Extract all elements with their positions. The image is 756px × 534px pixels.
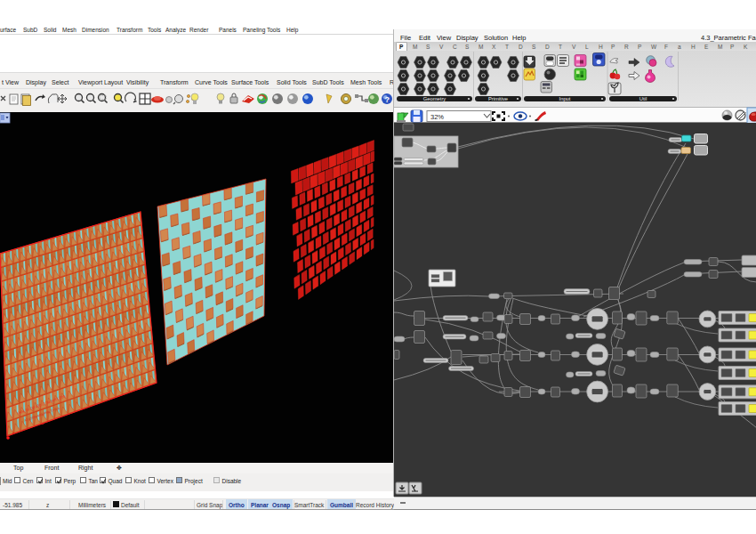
svg-text:?: ? xyxy=(385,95,390,104)
svg-text:Util: Util xyxy=(639,96,647,101)
svg-text:Input: Input xyxy=(559,96,571,101)
svg-text:Geometry: Geometry xyxy=(423,96,446,101)
svg-text:Primitive: Primitive xyxy=(488,96,508,101)
svg-text:32%: 32% xyxy=(430,113,444,121)
